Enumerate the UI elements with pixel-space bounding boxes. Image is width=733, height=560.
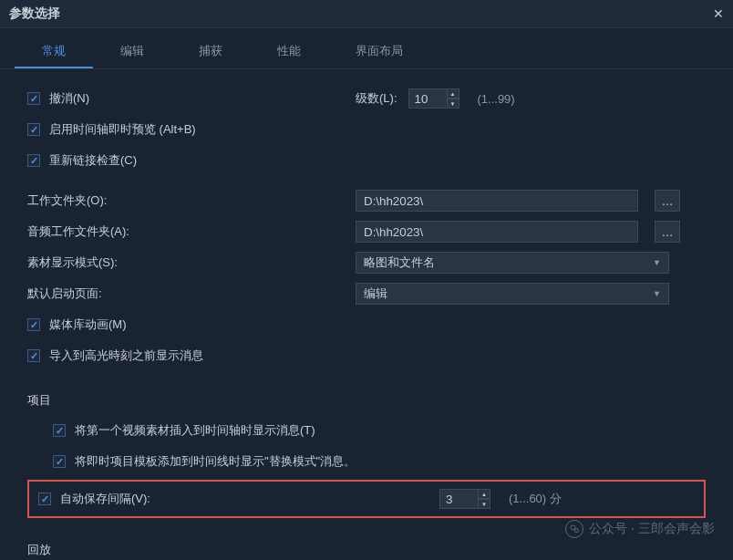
media-animation-checkbox[interactable] — [27, 318, 40, 331]
autosave-hint: (1...60) 分 — [509, 491, 562, 507]
timeline-preview-checkbox[interactable] — [27, 123, 40, 136]
undo-checkbox[interactable] — [27, 92, 40, 105]
autosave-checkbox[interactable] — [38, 493, 51, 505]
project-section-title: 项目 — [27, 392, 706, 409]
levels-label: 级数(L): — [356, 90, 397, 107]
relink-checkbox[interactable] — [27, 154, 40, 167]
startup-page-dropdown[interactable]: 编辑 ▼ — [356, 283, 669, 305]
levels-down-icon[interactable]: ▼ — [447, 99, 459, 109]
display-mode-value: 略图和文件名 — [364, 254, 435, 271]
startup-page-value: 编辑 — [364, 285, 387, 302]
levels-input[interactable] — [408, 88, 447, 109]
replace-mode-msg-label: 将即时项目模板添加到时间线时显示"替换模式"消息。 — [75, 453, 356, 470]
chevron-down-icon: ▼ — [653, 289, 661, 298]
tab-edit[interactable]: 编辑 — [93, 36, 171, 68]
content-panel: 撤消(N) 级数(L): ▲ ▼ (1...99) 启用时间轴即时预览 (Alt… — [0, 69, 733, 560]
replace-mode-msg-checkbox[interactable] — [53, 455, 66, 468]
display-mode-dropdown[interactable]: 略图和文件名 ▼ — [356, 252, 669, 274]
media-animation-label: 媒体库动画(M) — [49, 316, 127, 333]
levels-hint: (1...99) — [478, 92, 515, 106]
undo-label: 撤消(N) — [49, 90, 89, 107]
tab-layout[interactable]: 界面布局 — [328, 36, 430, 68]
audio-folder-input[interactable] — [356, 221, 638, 243]
work-folder-input[interactable] — [356, 190, 638, 212]
work-folder-browse-button[interactable]: … — [655, 190, 680, 212]
tab-capture[interactable]: 捕获 — [171, 36, 250, 68]
playback-section-title: 回放 — [27, 542, 706, 558]
startup-page-label: 默认启动页面: — [27, 285, 102, 302]
autosave-input[interactable] — [439, 489, 478, 509]
autosave-down-icon[interactable]: ▼ — [478, 499, 490, 509]
autosave-highlight: 自动保存间隔(V): ▲ ▼ (1...60) 分 — [27, 480, 706, 518]
window-title: 参数选择 — [9, 5, 60, 22]
tab-bar: 常规 编辑 捕获 性能 界面布局 — [0, 28, 733, 69]
levels-spinner[interactable]: ▲ ▼ — [408, 88, 459, 109]
highlight-msg-checkbox[interactable] — [27, 349, 40, 362]
autosave-up-icon[interactable]: ▲ — [478, 489, 490, 499]
audio-folder-browse-button[interactable]: … — [655, 221, 680, 243]
first-clip-msg-label: 将第一个视频素材插入到时间轴时显示消息(T) — [75, 422, 315, 439]
timeline-preview-label: 启用时间轴即时预览 (Alt+B) — [49, 121, 196, 138]
highlight-msg-label: 导入到高光時刻之前显示消息 — [49, 347, 203, 364]
tab-performance[interactable]: 性能 — [250, 36, 328, 68]
first-clip-msg-checkbox[interactable] — [53, 424, 66, 437]
tab-general[interactable]: 常规 — [15, 36, 93, 68]
audio-folder-label: 音频工作文件夹(A): — [27, 223, 129, 240]
levels-up-icon[interactable]: ▲ — [447, 88, 459, 99]
chevron-down-icon: ▼ — [653, 258, 661, 267]
wechat-icon — [565, 520, 583, 538]
svg-point-0 — [571, 525, 575, 530]
work-folder-label: 工作文件夹(O): — [27, 192, 107, 209]
autosave-spinner[interactable]: ▲ ▼ — [439, 489, 490, 509]
svg-point-1 — [575, 529, 579, 533]
relink-label: 重新链接检查(C) — [49, 152, 137, 169]
autosave-label: 自动保存间隔(V): — [60, 491, 150, 507]
close-icon[interactable]: ✕ — [713, 6, 724, 21]
watermark: 公众号 · 三郎会声会影 — [565, 520, 715, 538]
watermark-text: 公众号 · 三郎会声会影 — [589, 521, 715, 537]
display-mode-label: 素材显示模式(S): — [27, 254, 118, 271]
